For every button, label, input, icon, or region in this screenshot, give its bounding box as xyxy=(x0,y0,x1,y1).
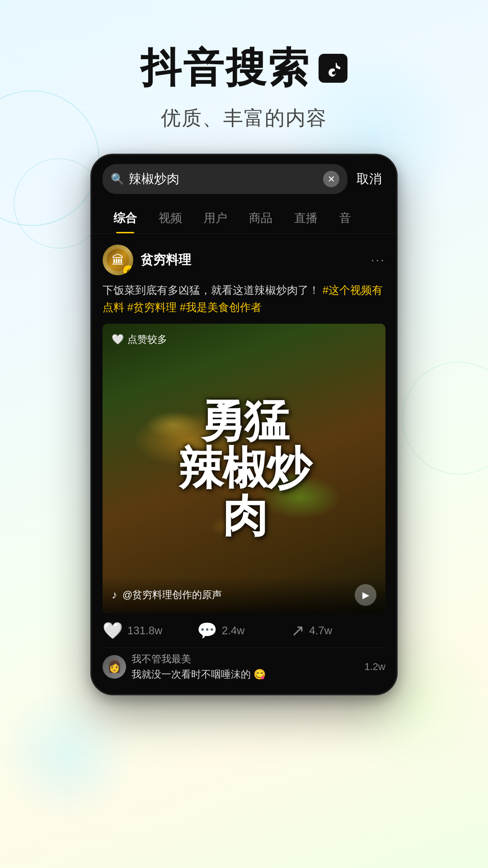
video-footer: ♪ @贫穷料理创作的原声 ▶ xyxy=(103,577,385,613)
commenter-emoji: 👩 xyxy=(107,660,122,674)
interaction-bar: 🤍 131.8w 💬 2.4w ↗ 4.7w xyxy=(103,613,385,647)
post-description: 下饭菜到底有多凶猛，就看这道辣椒炒肉了！ xyxy=(103,284,319,296)
header-section: 抖音搜索 优质、丰富的内容 xyxy=(0,0,488,154)
heart-icon: 🤍 xyxy=(103,621,123,640)
comment-like-count: 1.2w xyxy=(365,661,385,673)
search-query-text: 辣椒炒肉 xyxy=(129,170,319,188)
bg-decoration-3 xyxy=(402,362,488,475)
hashtag-2[interactable]: #贫穷料理 xyxy=(127,301,180,313)
search-clear-button[interactable]: ✕ xyxy=(323,171,339,187)
tiktok-brand-icon xyxy=(319,54,347,83)
play-button[interactable]: ▶ xyxy=(355,584,376,606)
like-count: 131.8w xyxy=(127,624,162,637)
like-button[interactable]: 🤍 131.8w xyxy=(103,621,197,640)
post-text: 下饭菜到底有多凶猛，就看这道辣椒炒肉了！ #这个视频有点料 #贫穷料理 #我是美… xyxy=(103,282,385,316)
bg-blob-3 xyxy=(0,687,136,823)
commenter-name: 我不管我最美 xyxy=(131,652,359,666)
cancel-button[interactable]: 取消 xyxy=(353,170,385,188)
tabs-bar: 综合 视频 用户 商品 直播 音 xyxy=(92,203,396,234)
phone-mockup: 🔍 辣椒炒肉 ✕ 取消 综合 视频 用户 商品 直播 音 xyxy=(90,154,398,695)
search-input-area[interactable]: 🔍 辣椒炒肉 ✕ xyxy=(103,164,347,194)
share-button[interactable]: ↗ 4.7w xyxy=(291,621,385,640)
tab-视频[interactable]: 视频 xyxy=(148,203,193,233)
post-more-button[interactable]: ··· xyxy=(371,253,385,267)
avatar-emoji: 🏛 xyxy=(112,253,124,268)
comment-preview: 👩 我不管我最美 我就没一次看时不咽唾沫的 😋 1.2w xyxy=(103,647,385,683)
comment-button[interactable]: 💬 2.4w xyxy=(197,621,291,640)
verified-badge: ✓ xyxy=(123,265,133,275)
comment-count: 2.4w xyxy=(222,624,245,637)
post-author-name[interactable]: 贫穷料理 xyxy=(141,251,364,269)
comment-body: 我就没一次看时不咽唾沫的 😋 xyxy=(131,668,359,681)
hashtag-3[interactable]: #我是美食创作者 xyxy=(180,301,262,313)
author-avatar[interactable]: 🏛 ✓ xyxy=(103,245,133,275)
tab-商品[interactable]: 商品 xyxy=(238,203,283,233)
comment-icon: 💬 xyxy=(197,621,217,640)
search-bar: 🔍 辣椒炒肉 ✕ 取消 xyxy=(92,155,396,203)
tab-综合[interactable]: 综合 xyxy=(103,203,148,233)
page-subtitle: 优质、丰富的内容 xyxy=(0,105,488,132)
content-area: 🏛 ✓ 贫穷料理 ··· 下饭菜到底有多凶猛，就看这道辣椒炒肉了！ #这个视频有… xyxy=(92,234,396,694)
page-title: 抖音搜索 xyxy=(141,41,310,96)
tab-直播[interactable]: 直播 xyxy=(283,203,328,233)
clear-icon: ✕ xyxy=(328,174,335,184)
tiktok-small-icon: ♪ xyxy=(112,589,117,601)
share-count: 4.7w xyxy=(309,624,332,637)
tab-用户[interactable]: 用户 xyxy=(193,203,238,233)
play-icon: ▶ xyxy=(362,590,369,600)
tab-音乐[interactable]: 音 xyxy=(328,203,362,233)
search-icon: 🔍 xyxy=(111,173,124,185)
share-icon: ↗ xyxy=(291,621,305,640)
app-title-row: 抖音搜索 xyxy=(0,41,488,96)
video-thumbnail[interactable]: 🤍 点赞较多 勇猛 辣椒炒 肉 ♪ @贫穷料理创作的原声 ▶ xyxy=(103,324,385,613)
video-background: 🤍 点赞较多 勇猛 辣椒炒 肉 ♪ @贫穷料理创作的原声 ▶ xyxy=(103,324,385,613)
commenter-avatar: 👩 xyxy=(103,655,126,679)
video-overlay-text: 勇猛 辣椒炒 肉 xyxy=(178,397,310,539)
post-header: 🏛 ✓ 贫穷料理 ··· xyxy=(103,245,385,275)
comment-text-area: 我不管我最美 我就没一次看时不咽唾沫的 😋 xyxy=(131,652,359,681)
video-text-container: 勇猛 辣椒炒 肉 xyxy=(103,324,385,613)
video-source: @贫穷料理创作的原声 xyxy=(122,588,349,602)
